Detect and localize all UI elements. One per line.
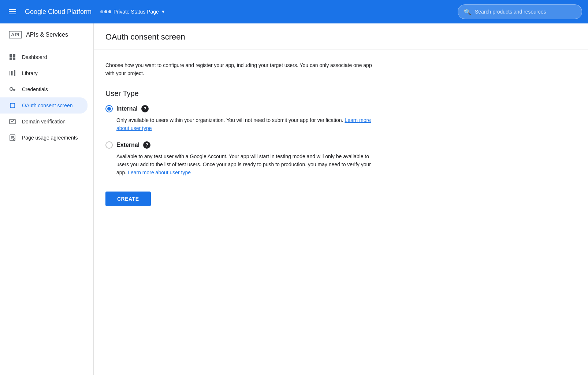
svg-point-8 [10,88,13,90]
sidebar-item-oauth[interactable]: OAuth consent screen [0,97,88,114]
user-type-title: User Type [105,89,412,98]
search-box[interactable]: 🔍 Search products and resources [458,4,582,19]
svg-rect-1 [13,54,15,57]
svg-rect-6 [12,71,13,75]
internal-label-row[interactable]: Internal ? [105,105,412,112]
internal-option: Internal ? Only available to users withi… [105,105,412,133]
external-label-row[interactable]: External ? [105,141,412,149]
svg-rect-9 [12,89,15,90]
sidebar-item-label-library: Library [22,70,38,76]
topbar: Google Cloud Platform Private Status Pag… [0,0,588,23]
sidebar-item-label-oauth: OAuth consent screen [22,103,73,108]
sidebar-item-dashboard[interactable]: Dashboard [0,49,93,65]
svg-rect-7 [14,70,15,76]
svg-rect-11 [13,90,14,91]
menu-button[interactable] [6,6,19,17]
content-header: OAuth consent screen [94,23,588,49]
external-radio[interactable] [105,141,113,149]
sidebar-item-label-dashboard: Dashboard [22,54,47,60]
content-body: Choose how you want to configure and reg… [94,49,423,218]
svg-point-13 [14,103,15,104]
sidebar: API APIs & Services Dashboard [0,23,94,375]
svg-point-15 [14,107,15,108]
library-icon [9,70,16,77]
external-description: Available to any test user with a Google… [116,152,376,177]
svg-point-14 [10,107,11,108]
project-dots-icon [100,10,111,13]
sidebar-item-label-domain: Domain verification [22,119,66,125]
sidebar-item-label-credentials: Credentials [22,86,48,92]
svg-rect-0 [10,54,12,57]
external-label: External [116,142,139,148]
svg-point-12 [10,103,11,104]
search-icon: 🔍 [464,8,471,15]
domain-icon [9,118,16,125]
svg-rect-5 [11,71,12,75]
svg-rect-3 [13,57,15,60]
internal-help-icon[interactable]: ? [141,105,149,112]
content-area: OAuth consent screen Choose how you want… [94,23,588,375]
sidebar-header: API APIs & Services [0,23,93,46]
brand-title: Google Cloud Platform [25,8,92,16]
external-option: External ? Available to any test user wi… [105,141,412,177]
internal-label: Internal [116,105,138,112]
svg-rect-4 [10,71,10,75]
page-usage-icon [9,134,16,141]
sidebar-item-page-usage[interactable]: Page usage agreements [0,130,93,146]
create-button[interactable]: CREATE [105,192,151,206]
project-name: Private Status Page [113,9,159,15]
credentials-icon [9,86,16,93]
sidebar-header-title: APIs & Services [26,31,68,38]
sidebar-item-credentials[interactable]: Credentials [0,81,93,97]
external-help-icon[interactable]: ? [143,141,150,149]
sidebar-item-library[interactable]: Library [0,65,93,81]
main-layout: API APIs & Services Dashboard [0,23,588,375]
project-selector[interactable]: Private Status Page ▼ [100,9,165,15]
api-badge: API [9,31,22,38]
sidebar-nav: Dashboard Library [0,46,93,149]
internal-description: Only available to users within your orga… [116,116,376,133]
dashboard-icon [9,53,16,61]
oauth-icon [9,102,16,109]
description-text: Choose how you want to configure and reg… [105,61,376,78]
internal-radio[interactable] [105,105,113,112]
sidebar-item-label-page-usage: Page usage agreements [22,135,78,141]
page-title: OAuth consent screen [105,32,576,42]
search-placeholder: Search products and resources [475,9,546,15]
chevron-down-icon: ▼ [161,9,165,14]
sidebar-item-domain[interactable]: Domain verification [0,114,93,130]
svg-rect-2 [10,57,12,60]
external-learn-more-link[interactable]: Learn more about user type [128,170,191,175]
svg-rect-10 [14,90,15,91]
